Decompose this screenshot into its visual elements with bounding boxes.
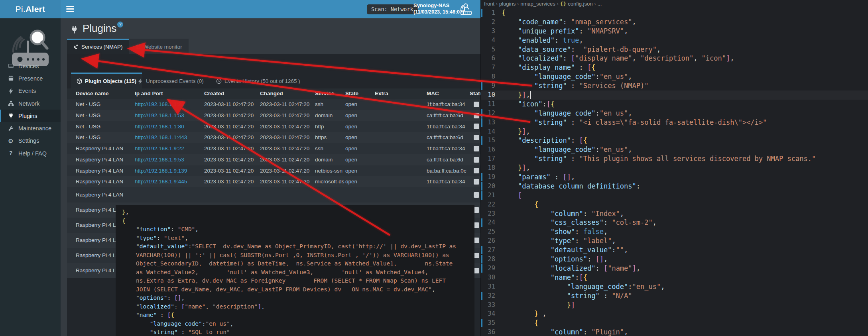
- cell-mac: ca:ff:ff:ca:ba:6d: [427, 154, 463, 165]
- cell-ip-port-link[interactable]: http://192.168.1.1:22: [135, 99, 184, 110]
- editor-line[interactable]: 3 "unique_prefix": "NMAPSRV",: [481, 27, 868, 36]
- table-row[interactable]: Net - USG http://192.168.1.1:80 2023-03-…: [67, 121, 480, 132]
- editor-line[interactable]: 27 "default_value":"",: [481, 246, 868, 255]
- column-header-changed[interactable]: Changed: [260, 88, 283, 99]
- editor-line[interactable]: 19 "params" : [],: [481, 173, 868, 182]
- subtab-events-history-50-out-of-1265[interactable]: Events History (50 out of 1265 ): [211, 73, 306, 88]
- cell-ip-port-link[interactable]: http://192.168.1.1:80: [135, 121, 184, 132]
- editor-line[interactable]: 5 "data_source": "pialert-db-query",: [481, 45, 868, 54]
- subtab-plugin-objects-115[interactable]: Plugin Objects (115): [71, 73, 142, 88]
- editor-line[interactable]: 29 "localized": ["name"],: [481, 264, 868, 273]
- status-checkbox[interactable]: ✓: [474, 253, 479, 258]
- editor-line[interactable]: 21 [: [481, 191, 868, 200]
- editor-line[interactable]: 15 "description": [{: [481, 136, 868, 145]
- breadcrumb-item[interactable]: ...: [597, 1, 602, 7]
- editor-line[interactable]: 11 "icon":[{: [481, 100, 868, 109]
- status-checkbox[interactable]: ✓: [474, 102, 479, 107]
- sidebar-item-events[interactable]: Events: [0, 85, 61, 97]
- sidebar-item-devices[interactable]: Devices: [0, 60, 61, 72]
- editor-line[interactable]: 2 "code_name": "nmap_services",: [481, 18, 868, 27]
- table-row[interactable]: Raspberry Pi 4 LAN http://192.168.1.9:13…: [67, 165, 480, 177]
- editor-line[interactable]: 17 "string" : "This plugin shows all ser…: [481, 154, 868, 163]
- status-checkbox[interactable]: ✓: [474, 222, 479, 228]
- git-modified-gutter: [481, 164, 482, 172]
- editor-line[interactable]: 30 "name":[{: [481, 273, 868, 282]
- breadcrumb-item[interactable]: nmap_services: [520, 1, 555, 7]
- table-row[interactable]: Net - USG http://192.168.1.1:22 2023-03-…: [67, 99, 480, 110]
- editor-line[interactable]: 28 "options": [],: [481, 255, 868, 264]
- editor-line[interactable]: 18 }],: [481, 163, 868, 173]
- status-checkbox[interactable]: ✓: [474, 113, 479, 118]
- editor-line[interactable]: 25 "show": false,: [481, 227, 868, 236]
- cell-ip-port-link[interactable]: http://192.168.1.9:445: [135, 176, 187, 187]
- status-checkbox[interactable]: ✓: [474, 207, 479, 213]
- table-row[interactable]: Net - USG http://192.168.1.1:53 2023-03-…: [67, 110, 480, 121]
- table-row[interactable]: Raspberry Pi 4 LAN http://192.168.1.9:53…: [67, 154, 480, 165]
- status-checkbox[interactable]: ✓: [474, 124, 479, 129]
- editor-line[interactable]: 36 "column": "Plugin",: [481, 328, 868, 336]
- sidebar-item-presence[interactable]: Presence: [0, 72, 61, 84]
- sidebar-item-plugins[interactable]: Plugins: [0, 110, 61, 122]
- editor-line[interactable]: 4 "enabled": true,: [481, 36, 868, 45]
- editor-line[interactable]: 1 {: [481, 8, 868, 18]
- column-header-device-name[interactable]: Device name: [76, 88, 109, 99]
- breadcrumb-item[interactable]: {}config.json: [560, 1, 593, 7]
- sidebar-item-maintenance[interactable]: Maintenance: [0, 122, 61, 134]
- subtab-unprocessed-events-0[interactable]: Unprocessed Events (0): [132, 73, 209, 88]
- sidebar-item-help-faq[interactable]: ?Help / FAQ: [0, 147, 61, 159]
- status-checkbox[interactable]: ✓: [474, 238, 479, 243]
- column-header-state[interactable]: State: [345, 88, 358, 99]
- tab-services-nmap[interactable]: Services (NMAP): [67, 39, 129, 54]
- editor-line[interactable]: 6 "localized": ["display_name", "descrip…: [481, 54, 868, 63]
- editor-line[interactable]: 12 "language_code":"en_us",: [481, 109, 868, 118]
- column-header-status[interactable]: Status: [470, 88, 480, 99]
- editor-line[interactable]: 14 }],: [481, 127, 868, 136]
- menu-toggle-icon[interactable]: [66, 6, 74, 12]
- cell-ip-port-link[interactable]: http://192.168.1.9:22: [135, 143, 184, 154]
- status-checkbox[interactable]: ✓: [474, 135, 479, 140]
- editor-line[interactable]: 16 "language_code":"en_us",: [481, 145, 868, 154]
- cell-ip-port-link[interactable]: http://192.168.1.1:443: [135, 132, 187, 143]
- code-editor[interactable]: front›plugins›nmap_services›{}config.jso…: [480, 0, 868, 336]
- status-checkbox[interactable]: ✓: [474, 146, 479, 151]
- editor-line[interactable]: 22 {: [481, 200, 868, 209]
- column-header-ip-and-port[interactable]: Ip and Port: [135, 88, 163, 99]
- editor-line[interactable]: 35 {: [481, 318, 868, 328]
- column-header-extra[interactable]: Extra: [375, 88, 388, 99]
- status-checkbox[interactable]: ✓: [474, 268, 479, 273]
- editor-line[interactable]: 20 "database_column_definitions":: [481, 182, 868, 191]
- editor-line[interactable]: 32 "string" : "N/A": [481, 291, 868, 301]
- editor-line[interactable]: 13 "string" : "<i class=\"fa-solid fa-sa…: [481, 118, 868, 127]
- column-header-service[interactable]: Service: [315, 88, 334, 99]
- status-checkbox[interactable]: ✓: [474, 168, 479, 173]
- status-checkbox[interactable]: ✓: [474, 192, 479, 198]
- tab-website-monitor[interactable]: Website monitor: [129, 39, 189, 54]
- breadcrumb-item[interactable]: plugins: [499, 1, 516, 7]
- editor-line[interactable]: 10 }],: [481, 90, 868, 100]
- help-badge[interactable]: ?: [117, 22, 123, 28]
- editor-line[interactable]: 33 }]: [481, 301, 868, 310]
- table-row[interactable]: Raspberry Pi 4 LAN http://192.168.1.9:44…: [67, 176, 480, 187]
- editor-line[interactable]: 26 "type": "label",: [481, 236, 868, 246]
- cell-ip-port-link[interactable]: http://192.168.1.1:53: [135, 110, 184, 121]
- table-row[interactable]: Net - USG http://192.168.1.1:443 2023-03…: [67, 132, 480, 143]
- editor-line[interactable]: 8 "language_code":"en_us",: [481, 72, 868, 81]
- editor-line[interactable]: 24 "css_classes": "col-sm-2",: [481, 218, 868, 227]
- editor-line[interactable]: 9 "string" : "Services (NMAP)": [481, 81, 868, 90]
- status-checkbox[interactable]: ✓: [474, 157, 479, 163]
- editor-line[interactable]: 34 } ,: [481, 309, 868, 318]
- editor-line[interactable]: 31 "language_code":"en_us",: [481, 282, 868, 291]
- column-header-created[interactable]: Created: [204, 88, 224, 99]
- column-header-mac[interactable]: MAC: [427, 88, 439, 99]
- status-checkbox[interactable]: ✓: [474, 179, 479, 185]
- sidebar-item-settings[interactable]: ⚙Settings: [0, 135, 61, 147]
- breadcrumb-item[interactable]: front: [484, 1, 494, 7]
- editor-line[interactable]: 23 "column": "Index",: [481, 209, 868, 218]
- cell-ip-port-link[interactable]: http://192.168.1.9:139: [135, 165, 187, 177]
- editor-line[interactable]: 7 "display_name" : [{: [481, 63, 868, 72]
- table-row[interactable]: Raspberry Pi 4 LAN ✓: [67, 187, 480, 202]
- cell-ip-port-link[interactable]: http://192.168.1.9:53: [135, 154, 184, 165]
- sidebar-item-network[interactable]: Network: [0, 97, 61, 110]
- table-row[interactable]: Raspberry Pi 4 LAN http://192.168.1.9:22…: [67, 143, 480, 154]
- app-logo[interactable]: Pi.Alert: [0, 0, 61, 18]
